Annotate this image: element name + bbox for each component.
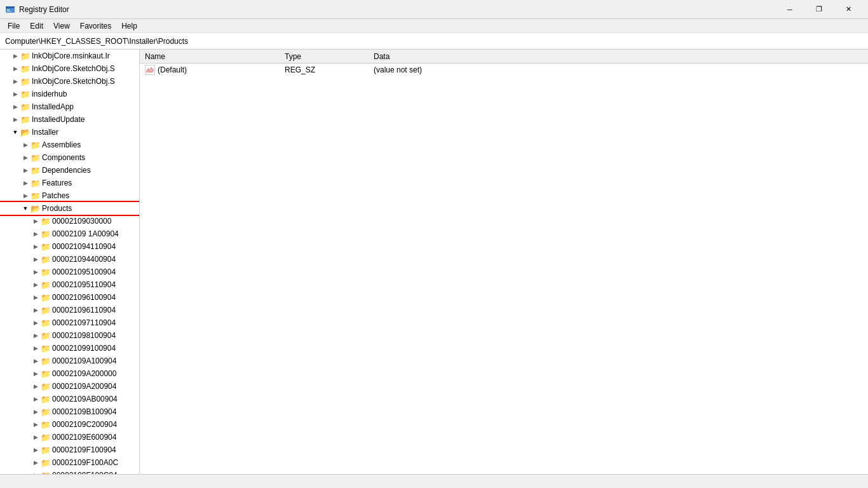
expand-arrow-p20[interactable]: ▶	[31, 459, 41, 466]
expand-arrow-components[interactable]: ▶	[20, 154, 31, 161]
tree-label-p16: 00002109B100904	[51, 407, 116, 416]
tree-label-p17: 00002109C200904	[51, 420, 117, 429]
expand-arrow-assemblies[interactable]: ▶	[20, 142, 31, 148]
expand-arrow-inkobj2[interactable]: ▶	[10, 65, 20, 72]
tree-item-p16[interactable]: ▶ 📁 00002109B100904	[0, 405, 139, 418]
expand-arrow-p2[interactable]: ▶	[31, 231, 41, 237]
expand-arrow-p17[interactable]: ▶	[31, 421, 41, 428]
tree-item-p7[interactable]: ▶ 📁 000021096100904	[0, 291, 139, 304]
tree-item-installedupdate[interactable]: ▶ 📁 InstalledUpdate	[0, 113, 139, 126]
expand-arrow-installedapp[interactable]: ▶	[10, 104, 20, 110]
tree-item-patches[interactable]: ▶ 📁 Patches	[0, 189, 139, 202]
expand-arrow-products[interactable]: ▼	[20, 205, 31, 212]
close-button[interactable]: ✕	[834, 0, 863, 19]
tree-item-installer[interactable]: ▼ 📂 Installer	[0, 126, 139, 139]
tree-item-p17[interactable]: ▶ 📁 00002109C200904	[0, 418, 139, 431]
expand-arrow-p6[interactable]: ▶	[31, 281, 41, 288]
expand-arrow-installer[interactable]: ▼	[10, 129, 20, 135]
tree-item-p20[interactable]: ▶ 📁 00002109F100A0C	[0, 456, 139, 469]
expand-arrow-p18[interactable]: ▶	[31, 434, 41, 440]
tree-item-assemblies[interactable]: ▶ 📁 Assemblies	[0, 139, 139, 151]
tree-label-p12: 00002109A100904	[51, 356, 116, 365]
expand-arrow-p4[interactable]: ▶	[31, 256, 41, 262]
tree-item-p14[interactable]: ▶ 📁 00002109A200904	[0, 380, 139, 393]
expand-arrow-p14[interactable]: ▶	[31, 383, 41, 390]
expand-arrow-p19[interactable]: ▶	[31, 447, 41, 453]
expand-arrow-p16[interactable]: ▶	[31, 409, 41, 415]
minimize-button[interactable]: ─	[775, 0, 804, 19]
tree-item-p5[interactable]: ▶ 📁 000021095100904	[0, 266, 139, 278]
expand-arrow-p7[interactable]: ▶	[31, 294, 41, 301]
expand-arrow-p8[interactable]: ▶	[31, 307, 41, 313]
menu-view[interactable]: View	[48, 20, 75, 32]
tree-item-p21[interactable]: ▶ 📁 00002109F100C04	[0, 469, 139, 474]
tree-label-p7: 000021096100904	[51, 293, 116, 302]
expand-arrow-patches[interactable]: ▶	[20, 193, 31, 199]
tree-item-features[interactable]: ▶ 📁 Features	[0, 177, 139, 189]
tree-item-p8[interactable]: ▶ 📁 000021096110904	[0, 304, 139, 316]
menu-favorites[interactable]: Favorites	[75, 20, 116, 32]
tree-label-p19: 00002109F100904	[51, 445, 116, 454]
expand-arrow-p1[interactable]: ▶	[31, 218, 41, 224]
tree-item-components[interactable]: ▶ 📁 Components	[0, 151, 139, 164]
restore-button[interactable]: ❐	[804, 0, 834, 19]
tree-item-dependencies[interactable]: ▶ 📁 Dependencies	[0, 164, 139, 177]
folder-icon-insiderhub: 📁	[20, 89, 31, 99]
tree-item-p9[interactable]: ▶ 📁 000021097110904	[0, 316, 139, 329]
tree-item-p4[interactable]: ▶ 📁 000021094400904	[0, 253, 139, 266]
tree-item-p6[interactable]: ▶ 📁 000021095110904	[0, 278, 139, 291]
tree-item-p11[interactable]: ▶ 📁 000021099100904	[0, 342, 139, 355]
expand-arrow-p11[interactable]: ▶	[31, 345, 41, 351]
tree-item-p15[interactable]: ▶ 📁 00002109AB00904	[0, 393, 139, 405]
expand-arrow-insiderhub[interactable]: ▶	[10, 91, 20, 97]
folder-icon-components: 📁	[31, 152, 41, 163]
tree-label-p20: 00002109F100A0C	[51, 458, 118, 467]
tree-item-p12[interactable]: ▶ 📁 00002109A100904	[0, 355, 139, 367]
tree-item-p1[interactable]: ▶ 📁 00002109030000	[0, 215, 139, 227]
title-bar-left: Registry Editor	[5, 4, 69, 15]
tree-label-p5: 000021095100904	[51, 268, 116, 276]
expand-arrow-inkobj3[interactable]: ▶	[10, 78, 20, 85]
folder-icon-products: 📂	[31, 203, 41, 214]
tree-item-inkobj3[interactable]: ▶ 📁 InkObjCore.SketchObj.S	[0, 75, 139, 88]
tree-item-insiderhub[interactable]: ▶ 📁 insiderhub	[0, 88, 139, 100]
title-bar: Registry Editor ─ ❐ ✕	[0, 0, 868, 19]
folder-icon-p16: 📁	[41, 407, 51, 417]
expand-arrow-p15[interactable]: ▶	[31, 396, 41, 402]
folder-icon-inkobj3: 📁	[20, 76, 31, 86]
expand-arrow-p13[interactable]: ▶	[31, 370, 41, 377]
expand-arrow-inkobj1[interactable]: ▶	[10, 53, 20, 59]
expand-arrow-p12[interactable]: ▶	[31, 358, 41, 364]
menu-file[interactable]: File	[3, 20, 25, 32]
tree-label-p6: 000021095110904	[51, 280, 116, 289]
address-bar: Computer\HKEY_CLASSES_ROOT\Installer\Pro…	[0, 33, 868, 50]
folder-icon-p5: 📁	[41, 267, 51, 277]
tree-item-inkobj2[interactable]: ▶ 📁 InkObjCore.SketchObj.S	[0, 62, 139, 75]
tree-label-p2: 00002109 1A00904	[51, 229, 119, 238]
expand-arrow-p3[interactable]: ▶	[31, 243, 41, 250]
expand-arrow-p10[interactable]: ▶	[31, 332, 41, 339]
tree-item-p13[interactable]: ▶ 📁 00002109A200000	[0, 367, 139, 380]
tree-panel[interactable]: ▶ 📁 InkObjCore.msinkaut.Ir ▶ 📁 InkObjCor…	[0, 50, 140, 474]
expand-arrow-p9[interactable]: ▶	[31, 320, 41, 326]
tree-item-inkobj1[interactable]: ▶ 📁 InkObjCore.msinkaut.Ir	[0, 50, 139, 62]
menu-help[interactable]: Help	[116, 20, 142, 32]
expand-arrow-installedupdate[interactable]: ▶	[10, 116, 20, 123]
expand-arrow-features[interactable]: ▶	[20, 180, 31, 186]
tree-item-p19[interactable]: ▶ 📁 00002109F100904	[0, 444, 139, 456]
detail-row-default[interactable]: ab (Default) REG_SZ (value not set)	[140, 64, 868, 76]
address-path[interactable]: Computer\HKEY_CLASSES_ROOT\Installer\Pro…	[3, 37, 191, 46]
folder-icon-patches: 📁	[31, 191, 41, 201]
menu-edit[interactable]: Edit	[25, 20, 48, 32]
folder-icon-p12: 📁	[41, 356, 51, 366]
ab-icon: ab	[145, 65, 155, 75]
tree-item-p18[interactable]: ▶ 📁 00002109E600904	[0, 431, 139, 444]
expand-arrow-p5[interactable]: ▶	[31, 269, 41, 275]
tree-item-p10[interactable]: ▶ 📁 000021098100904	[0, 329, 139, 342]
tree-item-p2[interactable]: ▶ 📁 00002109 1A00904	[0, 227, 139, 240]
tree-item-products[interactable]: ▼ 📂 Products	[0, 202, 139, 215]
tree-item-installedapp[interactable]: ▶ 📁 InstalledApp	[0, 100, 139, 113]
tree-item-p3[interactable]: ▶ 📁 000021094110904	[0, 240, 139, 253]
folder-icon-p4: 📁	[41, 254, 51, 264]
expand-arrow-dependencies[interactable]: ▶	[20, 167, 31, 173]
